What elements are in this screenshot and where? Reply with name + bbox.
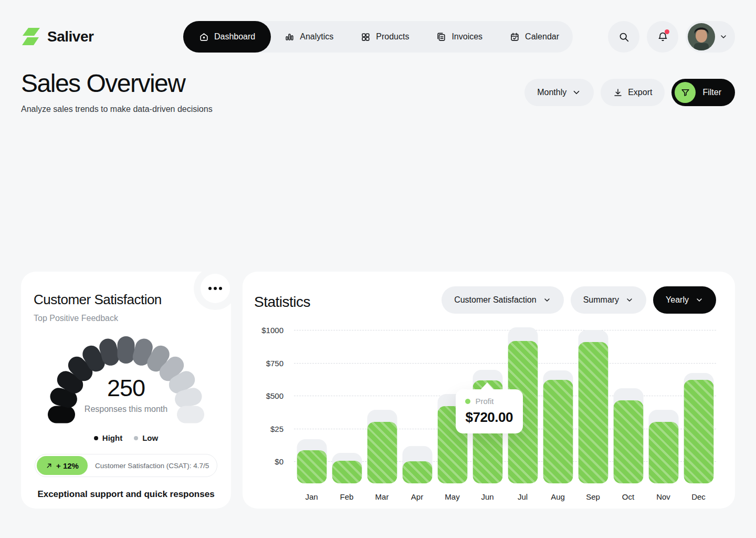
- y-axis-tick: $0: [275, 457, 284, 466]
- x-axis-label: Dec: [681, 492, 716, 501]
- nav-item-products[interactable]: Products: [347, 21, 423, 53]
- brand[interactable]: Saliver: [21, 21, 93, 53]
- change-badge: + 12%: [37, 456, 88, 475]
- chevron-down-icon: [695, 296, 704, 304]
- statistics-header: Statistics Customer Satisfaction Summary…: [254, 286, 716, 314]
- export-button[interactable]: Export: [601, 79, 665, 106]
- arrow-up-right-icon: [46, 462, 52, 469]
- filter-button[interactable]: Filter: [671, 79, 735, 106]
- period-dropdown-label: Monthly: [537, 88, 566, 97]
- tooltip-series-row: Profit: [465, 397, 513, 406]
- bar-slot-sep: Sep: [575, 328, 611, 483]
- chevron-down-icon: [572, 88, 581, 97]
- bar-slot-nov: Nov: [646, 328, 681, 483]
- x-axis-label: Jul: [505, 492, 540, 501]
- range-dropdown[interactable]: Yearly: [653, 286, 716, 314]
- legend-dot: [134, 436, 138, 440]
- x-axis-label: Jan: [294, 492, 329, 501]
- calendar-icon: [510, 32, 520, 42]
- profit-bar-sep[interactable]: [578, 342, 608, 483]
- nav-item-label: Analytics: [300, 32, 333, 42]
- gauge-value: 250: [43, 375, 209, 402]
- gauge-legend: HightLow: [34, 433, 218, 442]
- products-grid-icon: [361, 32, 371, 42]
- y-axis-tick: $1000: [261, 326, 284, 335]
- x-axis-label: Oct: [611, 492, 646, 501]
- bar-slot-mar: Mar: [364, 328, 400, 483]
- nav-item-label: Products: [376, 32, 409, 42]
- profit-bar-aug[interactable]: [543, 380, 573, 483]
- gauge-center: 250 Responses this month: [43, 375, 209, 414]
- sales-dashboard-page: Saliver DashboardAnalyticsProductsInvoic…: [0, 0, 756, 538]
- notification-badge: [665, 29, 669, 34]
- period-dropdown[interactable]: Monthly: [524, 79, 594, 106]
- bar-slot-oct: Oct: [611, 328, 646, 483]
- nav-item-dashboard[interactable]: Dashboard: [183, 21, 271, 53]
- legend-label: Hight: [102, 433, 122, 442]
- nav-item-analytics[interactable]: Analytics: [271, 21, 347, 53]
- satisfaction-gauge: 250 Responses this month: [43, 329, 209, 427]
- ellipsis-icon: [208, 287, 212, 290]
- profit-bar-jan[interactable]: [297, 450, 327, 483]
- page-header: Sales Overview Analyze sales trends to m…: [21, 69, 735, 114]
- header-actions: Monthly Export Filter: [524, 79, 735, 106]
- chart-y-axis: $1000$750$500$25$0: [254, 328, 284, 483]
- metric-dropdown-label: Customer Satisfaction: [454, 295, 537, 305]
- change-badge-value: + 12%: [56, 461, 79, 470]
- x-axis-label: Feb: [329, 492, 364, 501]
- search-button[interactable]: [608, 21, 639, 53]
- tooltip-value: $720.00: [465, 409, 513, 426]
- legend-label: Low: [142, 433, 158, 442]
- range-dropdown-label: Yearly: [666, 295, 689, 305]
- profit-bar-feb[interactable]: [332, 461, 362, 483]
- x-axis-label: Nov: [646, 492, 681, 501]
- metric-dropdown[interactable]: Customer Satisfaction: [442, 286, 564, 314]
- top-bar: Saliver DashboardAnalyticsProductsInvoic…: [21, 21, 735, 53]
- card-more-button[interactable]: [201, 274, 230, 303]
- export-button-label: Export: [628, 88, 652, 97]
- x-axis-label: Apr: [400, 492, 435, 501]
- user-menu[interactable]: [686, 21, 735, 53]
- profit-bar-oct[interactable]: [613, 400, 643, 483]
- x-axis-label: Jun: [470, 492, 505, 501]
- filter-icon-circle: [675, 82, 696, 103]
- satisfaction-card-title: Customer Satisfaction: [34, 292, 218, 308]
- chevron-down-icon: [543, 296, 551, 304]
- profit-bar-apr[interactable]: [402, 461, 432, 483]
- profit-bar-chart: $1000$750$500$25$0 JanFebMarAprMayJunJul…: [254, 328, 716, 483]
- statistics-filters: Customer Satisfaction Summary Yearly: [442, 286, 716, 314]
- download-icon: [613, 88, 623, 97]
- satisfaction-card-subtitle: Top Positive Feedback: [34, 314, 218, 323]
- gauge-segment: [118, 336, 135, 364]
- x-axis-label: Aug: [540, 492, 575, 501]
- bar-slot-aug: Aug: [540, 328, 575, 483]
- notifications-button[interactable]: [647, 21, 678, 53]
- csat-label: Customer Satisfaction (CSAT): 4.7/5: [95, 462, 209, 470]
- brand-name: Saliver: [47, 28, 93, 45]
- topbar-actions: [608, 21, 735, 53]
- tooltip-series-label: Profit: [475, 397, 494, 406]
- chart-tooltip: Profit $720.00: [456, 389, 523, 433]
- profit-bar-mar[interactable]: [367, 422, 397, 483]
- chart-plot-area: JanFebMarAprMayJunJulAugSepOctNovDec Pro…: [294, 328, 716, 483]
- avatar-image: [688, 23, 715, 50]
- home-icon: [199, 32, 209, 42]
- legend-dot: [94, 436, 98, 440]
- profit-bar-nov[interactable]: [648, 422, 678, 483]
- bar-slot-dec: Dec: [681, 328, 716, 483]
- y-axis-tick: $750: [266, 358, 284, 367]
- nav-item-label: Calendar: [525, 32, 559, 42]
- analytics-bars-icon: [285, 32, 295, 42]
- mode-dropdown[interactable]: Summary: [571, 286, 646, 314]
- avatar: [688, 23, 715, 50]
- y-axis-tick: $25: [270, 424, 284, 433]
- customer-satisfaction-card: Customer Satisfaction Top Positive Feedb…: [21, 272, 231, 509]
- filter-button-label: Filter: [702, 88, 721, 97]
- y-axis-tick: $500: [266, 391, 284, 400]
- chevron-down-icon: [719, 33, 728, 41]
- x-axis-label: May: [435, 492, 470, 501]
- profit-bar-dec[interactable]: [684, 380, 713, 483]
- bar-slot-apr: Apr: [400, 328, 435, 483]
- nav-item-invoices[interactable]: Invoices: [423, 21, 496, 53]
- nav-item-calendar[interactable]: Calendar: [496, 21, 573, 53]
